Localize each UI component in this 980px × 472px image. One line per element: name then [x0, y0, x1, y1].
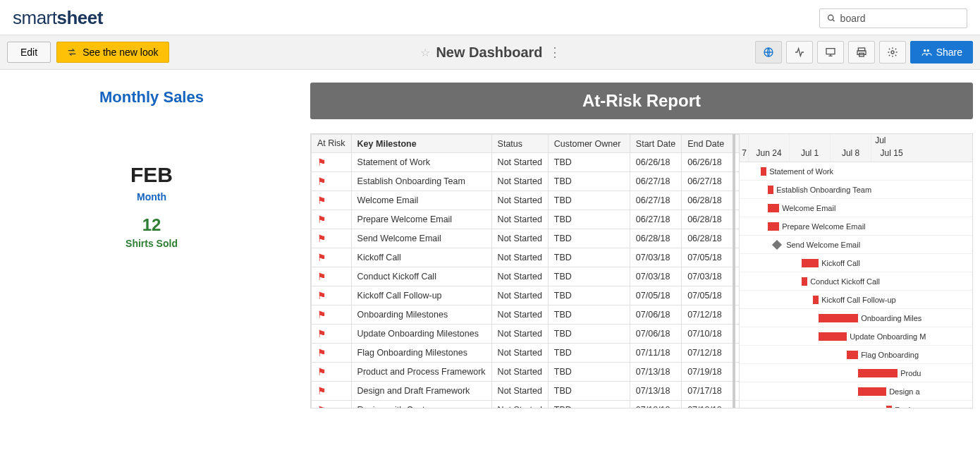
cell-milestone: Product and Process Framework — [351, 363, 491, 382]
gantt-bar-label: Kickoff Call — [821, 259, 860, 267]
cell-end: 07/03/18 — [682, 267, 740, 286]
gantt-bar-label: Conduct Kickoff Call — [810, 277, 880, 286]
cell-milestone: Onboarding Milestones — [351, 305, 491, 325]
pane-divider[interactable] — [733, 134, 735, 408]
flag-icon: ⚑ — [317, 195, 326, 206]
at-risk-report-widget: At-Risk Report At Risk Key Milestone Sta… — [310, 83, 973, 409]
gantt-bar-label: Review — [895, 406, 920, 409]
cell-milestone: Statement of Work — [351, 153, 491, 172]
cell-status: Not Started — [491, 344, 548, 363]
cell-owner: TBD — [548, 325, 630, 344]
table-row[interactable]: ⚑ Review with Customer Not Started TBD 0… — [312, 401, 740, 409]
gantt-bar: Produ — [858, 369, 898, 377]
search-icon — [827, 13, 836, 23]
present-button[interactable] — [817, 41, 844, 63]
cell-end: 06/28/18 — [682, 191, 740, 210]
table-row[interactable]: ⚑ Update Onboarding Milestones Not Start… — [312, 325, 740, 344]
cell-milestone: Kickoff Call — [351, 248, 491, 267]
svg-point-9 — [926, 49, 929, 52]
dashboard-title: New Dashboard — [436, 44, 542, 61]
cell-end: 07/10/18 — [682, 325, 740, 344]
gantt-bar: Statement of Work — [761, 167, 766, 176]
svg-point-8 — [924, 49, 926, 52]
presentation-icon — [825, 47, 836, 58]
cell-start: 06/26/18 — [630, 153, 681, 172]
activity-button[interactable] — [786, 41, 813, 63]
cell-milestone: Kickoff Call Follow-up — [351, 286, 491, 305]
table-row[interactable]: ⚑ Kickoff Call Not Started TBD 07/03/18 … — [312, 248, 740, 267]
cell-milestone: Establish Onboarding Team — [351, 172, 491, 191]
month-label: Month — [7, 191, 296, 202]
star-icon[interactable]: ☆ — [420, 46, 430, 59]
table-row[interactable]: ⚑ Kickoff Call Follow-up Not Started TBD… — [312, 286, 740, 305]
more-icon[interactable]: ⋮ — [549, 44, 560, 60]
gantt-bar-label: Welcome Email — [782, 204, 835, 212]
gantt-bar-label: Design a — [889, 387, 919, 396]
gantt-row: Kickoff Call — [740, 254, 972, 272]
cell-milestone: Prepare Welcome Email — [351, 210, 491, 229]
table-row[interactable]: ⚑ Welcome Email Not Started TBD 06/27/18… — [312, 191, 740, 210]
gantt-row: Onboarding Miles — [740, 309, 972, 327]
cell-status: Not Started — [491, 172, 548, 191]
gantt-week-label: Jul 1 — [789, 134, 830, 162]
table-row[interactable]: ⚑ Conduct Kickoff Call Not Started TBD 0… — [312, 267, 740, 286]
gantt-row: Design a — [740, 382, 972, 401]
table-row[interactable]: ⚑ Send Welcome Email Not Started TBD 06/… — [312, 229, 740, 248]
flag-icon: ⚑ — [317, 271, 326, 282]
settings-button[interactable] — [879, 41, 906, 63]
gantt-row: Produ — [740, 364, 972, 382]
gantt-bar: Onboarding Miles — [819, 314, 858, 322]
gantt-bar: Kickoff Call Follow-up — [813, 296, 819, 304]
col-milestone[interactable]: Key Milestone — [351, 135, 491, 153]
cell-status: Not Started — [491, 267, 548, 286]
cell-end: 07/19/18 — [682, 363, 740, 382]
share-button[interactable]: Share — [910, 41, 973, 63]
cell-status: Not Started — [491, 286, 548, 305]
col-status[interactable]: Status — [491, 135, 548, 153]
cell-status: Not Started — [491, 210, 548, 229]
col-start[interactable]: Start Date — [630, 135, 681, 153]
gantt-bar-label: Establish Onboarding Team — [776, 186, 871, 194]
gantt-bar-label: Send Welcome Email — [786, 241, 860, 249]
table-row[interactable]: ⚑ Design and Draft Framework Not Started… — [312, 382, 740, 401]
cell-start: 07/13/18 — [630, 382, 681, 401]
col-owner[interactable]: Customer Owner — [548, 135, 630, 153]
cell-end: 07/12/18 — [682, 305, 740, 325]
cell-start: 07/05/18 — [630, 286, 681, 305]
table-row[interactable]: ⚑ Statement of Work Not Started TBD 06/2… — [312, 153, 740, 172]
search-input[interactable] — [840, 13, 960, 24]
table-row[interactable]: ⚑ Product and Process Framework Not Star… — [312, 363, 740, 382]
col-end[interactable]: End Date — [682, 135, 740, 153]
flag-icon: ⚑ — [317, 252, 326, 263]
gantt-row: Prepare Welcome Email — [740, 217, 972, 236]
cell-owner: TBD — [548, 172, 630, 191]
table-row[interactable]: ⚑ Prepare Welcome Email Not Started TBD … — [312, 210, 740, 229]
flag-icon: ⚑ — [317, 309, 326, 320]
gantt-bar-label: Onboarding Miles — [861, 314, 921, 322]
gantt-row: Statement of Work — [740, 162, 972, 181]
activity-icon — [794, 47, 805, 58]
cell-end: 07/05/18 — [682, 248, 740, 267]
gantt-diamond — [772, 239, 782, 249]
cell-owner: TBD — [548, 210, 630, 229]
table-row[interactable]: ⚑ Flag Onboarding Milestones Not Started… — [312, 344, 740, 363]
gantt-bar-label: Statement of Work — [769, 167, 833, 176]
table-row[interactable]: ⚑ Establish Onboarding Team Not Started … — [312, 172, 740, 191]
cell-owner: TBD — [548, 344, 630, 363]
col-risk[interactable]: At Risk — [312, 135, 352, 153]
cell-status: Not Started — [491, 153, 548, 172]
flag-icon: ⚑ — [317, 328, 326, 339]
cell-status: Not Started — [491, 382, 548, 401]
cell-status: Not Started — [491, 191, 548, 210]
cell-end: 07/05/18 — [682, 286, 740, 305]
flag-icon: ⚑ — [317, 157, 326, 168]
globe-button[interactable] — [755, 41, 782, 63]
cell-start: 07/06/18 — [630, 325, 681, 344]
logo: smartsheet — [13, 7, 103, 29]
edit-button[interactable]: Edit — [7, 42, 51, 63]
flag-icon: ⚑ — [317, 233, 326, 244]
table-row[interactable]: ⚑ Onboarding Milestones Not Started TBD … — [312, 305, 740, 325]
print-button[interactable] — [848, 41, 875, 63]
see-new-look-button[interactable]: See the new look — [56, 42, 169, 63]
search-box[interactable] — [819, 8, 967, 28]
